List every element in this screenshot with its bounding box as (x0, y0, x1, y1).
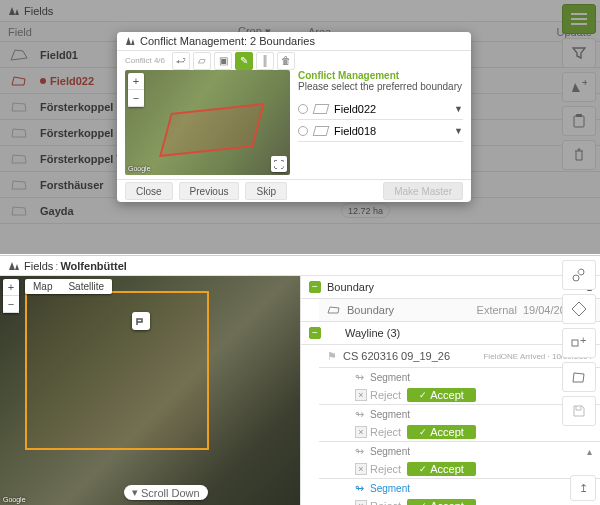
segment-label: Segment (370, 446, 410, 457)
reject-label: Reject (370, 463, 401, 475)
segment-icon: ↬ (355, 371, 364, 384)
segment-icon: ↬ (355, 445, 364, 458)
save-button[interactable] (562, 396, 596, 426)
map-expand-button[interactable]: ⛶ (271, 156, 287, 172)
zoom-out-button[interactable]: − (3, 296, 19, 313)
acc-boundary-head[interactable]: − Boundary ▴ (301, 276, 600, 298)
breadcrumb-field[interactable]: Wolfenbüttel (60, 260, 126, 272)
logo-icon (8, 260, 20, 272)
reject-label: Reject (370, 500, 401, 505)
segment-icon: ↬ (355, 408, 364, 421)
radio-icon[interactable] (298, 104, 308, 114)
shape-icon (313, 126, 330, 136)
svg-rect-4 (572, 340, 578, 346)
reject-button[interactable]: ×Reject (355, 500, 401, 505)
acc-title: Boundary (327, 281, 374, 293)
segment-actions: ×Reject Accept (347, 460, 600, 478)
segment-head[interactable]: ↬ Segment ▴ (347, 479, 600, 497)
map-type-tabs[interactable]: Map Satellite (25, 279, 112, 294)
previous-button[interactable]: Previous (179, 182, 240, 200)
tool-shape-icon[interactable]: ▱ (193, 52, 211, 70)
map-zoom[interactable]: +− (128, 73, 144, 107)
map-tab-map[interactable]: Map (25, 279, 60, 294)
zoom-in-button[interactable]: + (128, 73, 144, 90)
bottom-header: Fields : Wolfenbüttel (0, 256, 600, 276)
zoom-in-button[interactable]: + (3, 279, 19, 296)
map-marker-icon[interactable] (132, 312, 150, 330)
map-tab-satellite[interactable]: Satellite (60, 279, 112, 294)
segment-head[interactable]: ↬ Segment ▴ (347, 442, 600, 460)
flag-icon: ⚑ (327, 350, 337, 363)
accept-button[interactable]: Accept (407, 499, 476, 505)
reject-button[interactable]: ×Reject (355, 463, 401, 475)
breadcrumb-root[interactable]: Fields (24, 260, 53, 272)
zoom-out-button[interactable]: − (128, 90, 144, 107)
modal-footer: Close Previous Skip Make Master (117, 179, 471, 202)
accept-label: Accept (430, 500, 464, 505)
modal-title-prefix: Conflict Management: (140, 35, 247, 47)
route-button[interactable] (562, 294, 596, 324)
boundary-choice[interactable]: Field022 ▼ (298, 98, 463, 120)
collapse-icon[interactable]: − (309, 327, 321, 339)
instruction-text: Please select the preferred boundary (298, 81, 463, 92)
boundary-item[interactable]: Boundary External 19/04/2022 ✎ (319, 299, 600, 321)
map-provider-label: Google (128, 165, 151, 172)
tool-split-icon[interactable]: ║ (256, 52, 274, 70)
locate-button[interactable] (562, 260, 596, 290)
segment-actions: ×Reject Accept (347, 497, 600, 505)
radio-icon[interactable] (298, 126, 308, 136)
segment-icon: ↬ (355, 482, 364, 495)
modal-title: Conflict Management: 2 Boundaries (117, 32, 471, 51)
chevron-down-icon[interactable]: ▼ (454, 126, 463, 136)
accordion-panel[interactable]: − Boundary ▴ Boundary External 19/04/202… (300, 276, 600, 505)
acc-title: Wayline (3) (345, 327, 400, 339)
shape-icon (313, 104, 330, 114)
modal-title-count: 2 Boundaries (250, 35, 315, 47)
tool-overlay-icon[interactable]: ▣ (214, 52, 232, 70)
boundary-item-label: Boundary (347, 304, 394, 316)
accept-label: Accept (430, 426, 464, 438)
bottom-side-tools: + (562, 260, 596, 426)
accept-button[interactable]: Accept (407, 462, 476, 476)
reject-label: Reject (370, 389, 401, 401)
chevron-up-icon[interactable]: ▴ (587, 446, 592, 457)
svg-point-3 (573, 275, 579, 281)
bottom-map[interactable]: +− Map Satellite ▾Scroll Down Google (0, 276, 300, 505)
boundary-source: External (477, 304, 517, 316)
map-provider-label: Google (3, 496, 26, 503)
reject-button[interactable]: ×Reject (355, 389, 401, 401)
wayline-item[interactable]: ⚑ CS 620316 09_19_26 FieldONE Arrived · … (319, 345, 600, 367)
add-node-button[interactable]: + (562, 328, 596, 358)
conflict-counter: Conflict 4/6 (125, 56, 165, 65)
section-header: Conflict Management (298, 70, 463, 81)
accept-button[interactable]: Accept (407, 388, 476, 402)
make-master-button[interactable]: Make Master (383, 182, 463, 200)
choice-label: Field022 (334, 103, 376, 115)
wayline-name: CS 620316 09_19_26 (343, 350, 450, 362)
reject-button[interactable]: ×Reject (355, 426, 401, 438)
accept-button[interactable]: Accept (407, 425, 476, 439)
scroll-down-pill[interactable]: ▾Scroll Down (124, 485, 208, 500)
boundary-shape-icon (327, 305, 341, 315)
segment-label: Segment (370, 409, 410, 420)
skip-button[interactable]: Skip (245, 182, 286, 200)
segment-label: Segment (370, 483, 410, 494)
scroll-down-label: Scroll Down (141, 487, 200, 499)
acc-wayline-head[interactable]: − Wayline (3) ▴ (301, 322, 600, 344)
choice-label: Field018 (334, 125, 376, 137)
scroll-up-button[interactable]: ↥ (570, 475, 596, 501)
segment-label: Segment (370, 372, 410, 383)
collapse-icon[interactable]: − (309, 281, 321, 293)
conflict-modal: Conflict Management: 2 Boundaries Confli… (117, 32, 471, 202)
modal-map[interactable]: +− ⛶ Google (125, 70, 290, 175)
accept-label: Accept (430, 463, 464, 475)
tool-trash-icon[interactable]: 🗑 (277, 52, 295, 70)
map-zoom[interactable]: +− (3, 279, 19, 313)
polygon-button[interactable] (562, 362, 596, 392)
tool-prev-icon[interactable]: ⮐ (172, 52, 190, 70)
accept-label: Accept (430, 389, 464, 401)
boundary-choice[interactable]: Field018 ▼ (298, 120, 463, 142)
tool-merge-icon[interactable]: ✎ (235, 52, 253, 70)
chevron-down-icon[interactable]: ▼ (454, 104, 463, 114)
close-button[interactable]: Close (125, 182, 173, 200)
